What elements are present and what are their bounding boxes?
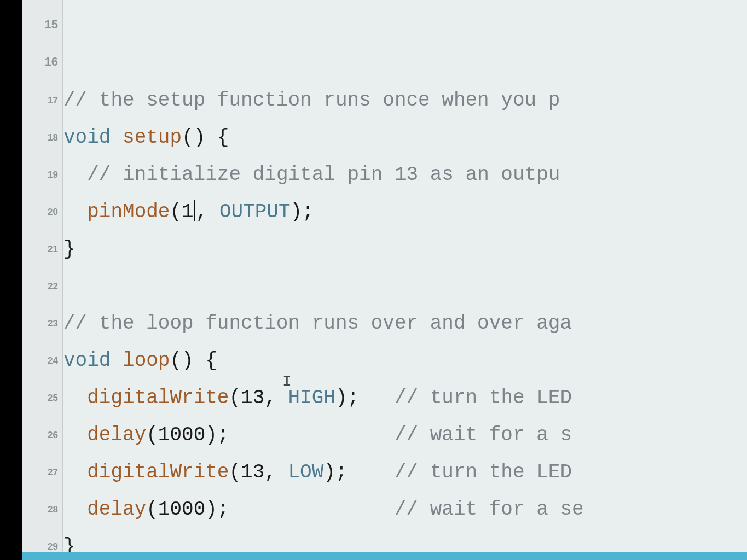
code-line[interactable]: pinMode(1, OUTPUT); — [63, 194, 314, 231]
code-line[interactable]: delay(1000); // wait for a se — [63, 491, 584, 528]
text-caret — [194, 200, 195, 221]
line-number: 17 — [48, 95, 58, 106]
code-line[interactable]: // the loop function runs over and over … — [63, 305, 572, 342]
line-number: 19 — [48, 170, 58, 180]
code-line[interactable]: delay(1000); // wait for a s — [63, 417, 572, 454]
line-number: 20 — [48, 207, 58, 218]
code-line[interactable]: void loop() { — [63, 342, 217, 380]
line-number: 21 — [48, 244, 58, 255]
line-number: 27 — [48, 467, 58, 478]
code-line[interactable]: // initialize digital pin 13 as an outpu — [63, 156, 560, 194]
line-number-gutter: 151617181920212223242526272829 — [22, 0, 63, 560]
text-cursor-ibeam: I — [282, 373, 292, 390]
code-line[interactable]: } — [63, 231, 76, 268]
status-bar — [22, 552, 747, 560]
line-number: 22 — [48, 281, 58, 292]
line-number: 15 — [45, 18, 58, 32]
line-number: 25 — [48, 393, 58, 404]
line-number: 26 — [48, 430, 58, 441]
code-line[interactable]: } — [63, 528, 76, 552]
line-number: 16 — [45, 55, 58, 69]
editor-frame: 151617181920212223242526272829 // the se… — [22, 0, 747, 560]
line-number: 18 — [48, 132, 58, 143]
line-number: 29 — [48, 541, 58, 552]
code-area[interactable]: // the setup function runs once when you… — [63, 0, 747, 552]
code-line[interactable]: digitalWrite(13, LOW); // turn the LED — [63, 454, 572, 491]
code-line[interactable]: // the setup function runs once when you… — [63, 82, 560, 119]
line-number: 24 — [48, 355, 58, 366]
line-number: 23 — [48, 318, 58, 329]
code-line[interactable]: digitalWrite(13, HIGH); // turn the LED — [63, 380, 572, 417]
line-number: 28 — [48, 504, 58, 515]
code-line[interactable]: void setup() { — [63, 119, 229, 156]
